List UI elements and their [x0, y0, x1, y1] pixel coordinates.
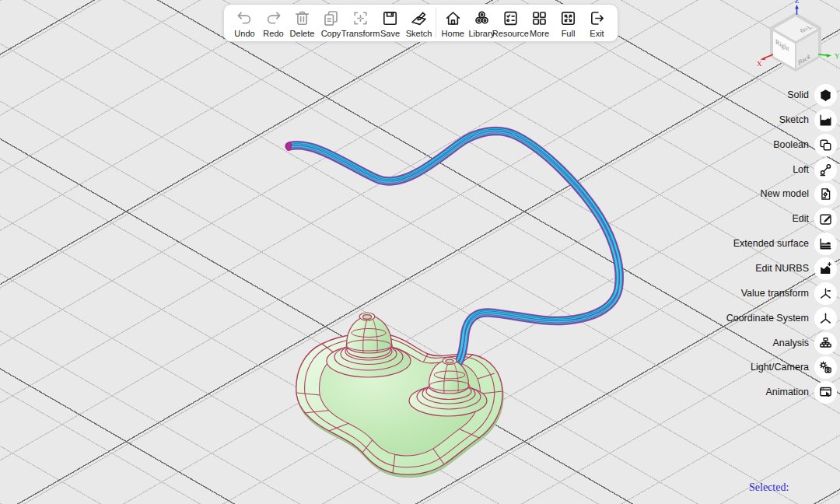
- exit-label: Exit: [590, 29, 604, 38]
- exit-button[interactable]: Exit: [583, 5, 611, 41]
- more-label: More: [530, 29, 549, 38]
- sketch-label: Sketch: [406, 29, 432, 38]
- delete-button[interactable]: Delete: [288, 5, 317, 41]
- tool-light-camera-label: Light/Camera: [751, 362, 809, 373]
- tool-value-transform[interactable]: Value transform: [741, 282, 837, 305]
- transform-icon: [351, 9, 370, 28]
- new-model-icon: [817, 186, 834, 202]
- undo-label: Undo: [234, 29, 254, 38]
- resource-label: Resource: [492, 29, 529, 38]
- more-button[interactable]: More: [525, 5, 554, 41]
- transform-label: Transform: [341, 29, 380, 38]
- cable-curve-model[interactable]: [285, 129, 619, 366]
- full-button[interactable]: Full: [554, 5, 583, 41]
- tool-boolean-label: Boolean: [773, 139, 809, 150]
- exit-icon: [587, 9, 607, 28]
- tool-loft[interactable]: Loft: [793, 158, 837, 181]
- axis-z-label: Z: [795, 0, 800, 5]
- save-label: Save: [380, 29, 400, 38]
- tool-edit-nurbs[interactable]: Edit NURBS: [755, 257, 837, 280]
- axis-y-label: Y: [835, 52, 840, 60]
- animation-icon: [817, 384, 834, 401]
- axis-z-arrow: [795, 5, 799, 9]
- copy-label: Copy: [321, 29, 341, 38]
- transform-button[interactable]: Transform: [345, 5, 376, 41]
- edit-nurbs-icon: [817, 261, 834, 277]
- tool-new-model-label: New model: [760, 188, 809, 199]
- trash-icon: [292, 9, 312, 28]
- tool-loft-label: Loft: [793, 164, 809, 175]
- tool-extended-surface-label: Extended surface: [733, 238, 809, 249]
- boolean-icon: [817, 137, 834, 153]
- axis-y-arrow: [827, 54, 831, 57]
- tool-coordinate-system[interactable]: Coordinate System: [726, 306, 837, 330]
- value-transform-icon: [817, 285, 834, 302]
- tool-extended-surface[interactable]: Extended surface: [733, 232, 837, 255]
- library-label: Library: [468, 29, 495, 38]
- tool-value-transform-label: Value transform: [741, 288, 809, 299]
- resource-button[interactable]: Resource: [496, 5, 525, 41]
- tool-analysis-label: Analysis: [772, 338, 809, 348]
- save-button[interactable]: Save: [376, 5, 404, 41]
- home-icon: [443, 9, 463, 28]
- view-cube-navigator[interactable]: Top Right Back X Y Z: [749, 0, 840, 78]
- redo-icon: [264, 9, 283, 28]
- fullscreen-icon: [558, 9, 578, 28]
- main-toolbar: Undo Redo Delete Copy: [223, 4, 618, 42]
- library-icon: [472, 9, 492, 28]
- extended-surface-icon: [817, 236, 834, 252]
- tool-sketch-label: Sketch: [779, 114, 809, 125]
- full-label: Full: [562, 29, 576, 38]
- tool-sketch[interactable]: Sketch: [779, 108, 837, 131]
- tool-coordinate-system-label: Coordinate System: [726, 313, 809, 324]
- loft-icon: [817, 162, 834, 178]
- sketch-surface-icon: [817, 112, 834, 128]
- tool-solid[interactable]: Solid: [787, 83, 837, 107]
- selected-status-label: Selected:: [749, 481, 789, 494]
- more-grid-icon: [530, 9, 549, 28]
- 3d-viewport-canvas[interactable]: [0, 0, 840, 504]
- tool-edit[interactable]: Edit: [792, 207, 837, 230]
- sketch-pen-icon: [409, 9, 429, 28]
- tool-solid-label: Solid: [787, 89, 809, 100]
- copy-icon: [321, 9, 341, 28]
- tool-edit-nurbs-label: Edit NURBS: [755, 263, 809, 274]
- coordinate-system-icon: [817, 310, 834, 327]
- undo-icon: [235, 9, 254, 28]
- light-camera-icon: [817, 359, 834, 376]
- tool-boolean[interactable]: Boolean: [773, 133, 837, 156]
- cad-application-window: Undo Redo Delete Copy: [0, 0, 840, 504]
- redo-label: Redo: [263, 29, 283, 38]
- tool-animation-label: Animation: [765, 387, 809, 397]
- resource-checklist-icon: [501, 9, 520, 28]
- tool-analysis[interactable]: Analysis: [772, 331, 837, 355]
- tool-new-model[interactable]: New model: [760, 182, 837, 205]
- tool-animation[interactable]: Animation: [765, 380, 837, 404]
- sketch-button[interactable]: Sketch: [404, 5, 433, 41]
- axis-x-label: X: [757, 60, 762, 68]
- undo-button[interactable]: Undo: [230, 5, 259, 41]
- home-label: Home: [442, 29, 464, 38]
- delete-label: Delete: [290, 29, 315, 38]
- home-button[interactable]: Home: [439, 5, 467, 41]
- solid-cube-icon: [817, 87, 834, 103]
- analysis-hierarchy-icon: [817, 335, 834, 352]
- toolbar-divider: [436, 8, 436, 38]
- save-floppy-icon: [380, 9, 400, 28]
- tool-edit-label: Edit: [792, 213, 809, 224]
- redo-button[interactable]: Redo: [259, 5, 288, 41]
- tool-light-camera[interactable]: Light/Camera: [751, 355, 837, 379]
- edit-pencil-icon: [817, 211, 834, 227]
